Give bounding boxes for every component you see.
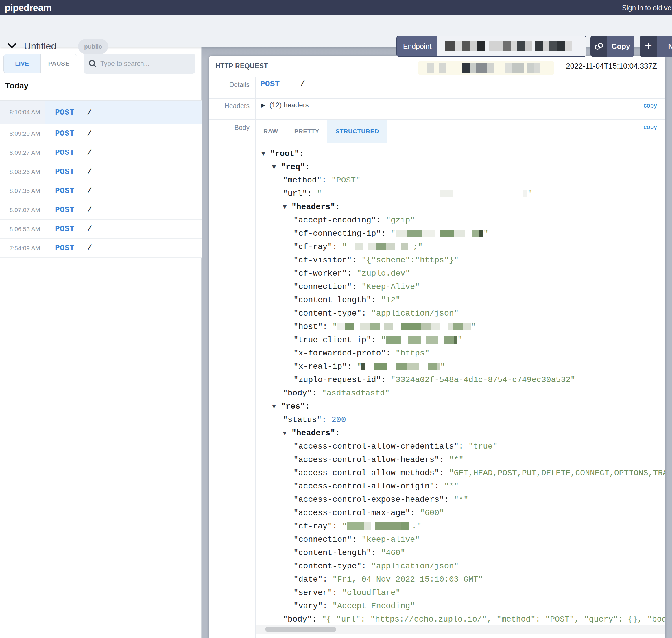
- new-bin-button[interactable]: + Ne: [640, 36, 672, 57]
- json-key: "headers":: [291, 429, 340, 438]
- copy-endpoint-button[interactable]: Copy: [590, 36, 634, 57]
- tab-structured[interactable]: STRUCTURED: [327, 120, 387, 142]
- redacted-block: [376, 243, 386, 250]
- pipedream-logo[interactable]: pipedream: [5, 2, 51, 13]
- json-key: "server":: [293, 588, 342, 597]
- json-string-value: ": [391, 229, 396, 238]
- json-node-expanded[interactable]: ▼"root":: [256, 147, 665, 160]
- request-path: /: [300, 80, 305, 88]
- request-list-item[interactable]: 8:06:53 AMPOST/: [0, 219, 202, 239]
- tab-pretty[interactable]: PRETTY: [286, 120, 327, 142]
- json-number-value: 200: [331, 415, 346, 424]
- endpoint-url-redacted[interactable]: [437, 36, 586, 56]
- request-method: POST: [55, 167, 74, 176]
- json-key: "access-control-allow-methods":: [293, 469, 449, 477]
- body-view-tabs: RAWPRETTYSTRUCTURED: [255, 120, 602, 142]
- redacted-block: [360, 323, 370, 330]
- redacted-block: [549, 41, 557, 51]
- title-chevron-down-icon[interactable]: [7, 42, 16, 49]
- request-path: /: [87, 148, 92, 157]
- json-key: "true-client-ip":: [293, 335, 381, 345]
- horizontal-scrollbar-thumb[interactable]: [265, 627, 336, 632]
- endpoint-label: Endpoint: [397, 36, 437, 56]
- redacted-block: [527, 63, 534, 73]
- copy-button-label[interactable]: Copy: [607, 36, 634, 57]
- redacted-block: [535, 41, 543, 51]
- json-string-value: ": [457, 335, 463, 345]
- details-row-label: Details: [209, 81, 250, 89]
- request-list-item[interactable]: 8:09:27 AMPOST/: [0, 143, 202, 162]
- json-key: "content-type":: [293, 561, 371, 571]
- request-method: POST: [55, 186, 74, 195]
- caret-down-icon[interactable]: ▼: [272, 164, 281, 170]
- request-timestamp: 2022-11-04T15:10:04.337Z: [566, 62, 657, 70]
- json-node-expanded[interactable]: ▼"headers":: [256, 426, 665, 440]
- json-string-value: "application/json": [371, 309, 459, 318]
- caret-down-icon[interactable]: ▼: [272, 403, 281, 409]
- request-path: /: [87, 129, 92, 138]
- json-property: "body": "{ "url": "https://echo.zuplo.io…: [256, 612, 665, 623]
- pause-button[interactable]: PAUSE: [41, 54, 77, 73]
- redacted-block: [368, 243, 376, 250]
- sign-in-old-version-link[interactable]: Sign in to old versi: [622, 4, 672, 12]
- request-path: /: [87, 167, 92, 176]
- request-list-item[interactable]: 8:08:26 AMPOST/: [0, 162, 202, 181]
- redacted-block: [511, 41, 517, 51]
- json-key: "access-control-allow-headers":: [293, 455, 449, 464]
- redacted-block: [401, 243, 408, 250]
- request-summary: POST/: [45, 162, 202, 181]
- redacted-block: [422, 230, 435, 237]
- json-string-value: ": [381, 335, 386, 345]
- request-list-item[interactable]: 8:07:07 AMPOST/: [0, 200, 202, 219]
- new-button-label[interactable]: Ne: [657, 36, 672, 57]
- request-list-item[interactable]: 8:10:04 AMPOST/: [0, 101, 202, 124]
- json-property: "true-client-ip": "": [256, 333, 665, 347]
- live-button[interactable]: LIVE: [4, 54, 41, 73]
- caret-down-icon[interactable]: ▼: [283, 204, 291, 210]
- json-string-value: "keep-alive": [362, 535, 420, 544]
- request-list-item[interactable]: 8:07:35 AMPOST/: [0, 181, 202, 200]
- redacted-block: [421, 323, 432, 330]
- request-list-item[interactable]: 8:09:29 AMPOST/: [0, 124, 202, 143]
- json-property: "host": "": [256, 320, 665, 333]
- json-string-value: "3324a02f-548a-4d1c-8754-c749ec30a532": [391, 375, 575, 384]
- request-method: POST: [55, 244, 74, 252]
- json-string-value: ": [317, 189, 322, 198]
- json-string-value: "*": [449, 455, 464, 464]
- request-card-header: HTTP REQUEST 2022-11-04T15:10:04.337Z: [209, 55, 665, 77]
- caret-down-icon[interactable]: ▼: [262, 151, 270, 156]
- page-title[interactable]: Untitled: [24, 41, 56, 52]
- copy-headers-link[interactable]: copy: [644, 102, 657, 109]
- request-list: 8:10:04 AMPOST/8:09:29 AMPOST/8:09:27 AM…: [0, 100, 202, 258]
- json-node-expanded[interactable]: ▼"headers":: [256, 200, 665, 214]
- redacted-block: [437, 363, 440, 370]
- json-property: "content-type": "application/json": [256, 559, 665, 573]
- redacted-block: [470, 41, 477, 51]
- request-list-item[interactable]: 7:54:09 AMPOST/: [0, 239, 202, 258]
- json-node-expanded[interactable]: ▼"res":: [256, 400, 665, 413]
- redacted-block: [489, 41, 503, 51]
- headers-summary: (12) headers: [269, 101, 309, 109]
- search-box[interactable]: [84, 53, 195, 74]
- copy-body-link[interactable]: copy: [644, 123, 657, 131]
- tab-raw[interactable]: RAW: [255, 120, 286, 142]
- redacted-block: [454, 230, 465, 237]
- headers-expander[interactable]: ▶ (12) headers: [261, 101, 309, 109]
- body-row-label: Body: [209, 124, 250, 132]
- json-key: "url":: [283, 189, 317, 198]
- json-string-value: "POST": [331, 176, 360, 185]
- redacted-block: [432, 323, 440, 330]
- redacted-block: [428, 363, 437, 370]
- caret-down-icon[interactable]: ▼: [283, 430, 291, 436]
- json-key: "access-control-allow-origin":: [293, 482, 444, 491]
- request-path: /: [87, 186, 92, 195]
- json-node-expanded[interactable]: ▼"req":: [256, 160, 665, 173]
- json-property: "cf-ray": ";": [256, 240, 665, 253]
- public-badge: public: [78, 39, 108, 54]
- search-input[interactable]: [100, 60, 187, 68]
- request-time: 8:07:07 AM: [0, 200, 45, 219]
- json-property: "access-control-allow-credentials": "tru…: [256, 440, 665, 453]
- json-key: "content-length":: [293, 296, 381, 304]
- redacted-block: [455, 41, 462, 51]
- json-string-value: ;": [413, 242, 423, 251]
